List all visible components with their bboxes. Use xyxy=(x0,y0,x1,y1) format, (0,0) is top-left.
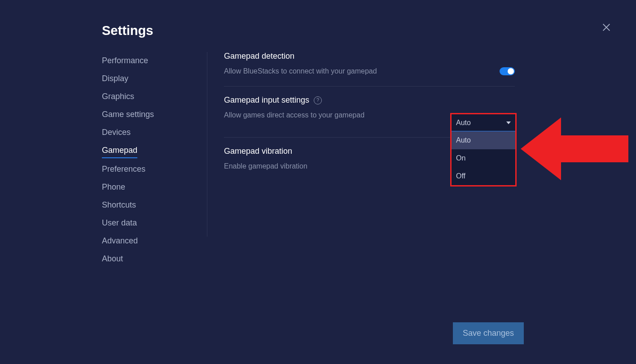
sidebar-item-user-data[interactable]: User data xyxy=(102,218,137,230)
sidebar-item-about[interactable]: About xyxy=(102,254,123,266)
page-title: Settings xyxy=(102,23,153,38)
section-title-detection: Gamepad detection xyxy=(224,52,515,61)
sidebar: Performance Display Graphics Game settin… xyxy=(102,56,192,272)
sidebar-item-graphics[interactable]: Graphics xyxy=(102,92,134,104)
save-changes-button[interactable]: Save changes xyxy=(453,322,524,344)
sidebar-item-performance[interactable]: Performance xyxy=(102,56,148,68)
sidebar-item-game-settings[interactable]: Game settings xyxy=(102,110,154,121)
dropdown-selected-value: Auto xyxy=(456,119,471,127)
dropdown-option-auto[interactable]: Auto xyxy=(452,131,515,149)
input-dropdown-highlight: Auto Auto On Off xyxy=(450,113,517,186)
dropdown-option-on[interactable]: On xyxy=(452,149,515,167)
section-title-input: Gamepad input settings ? xyxy=(224,95,515,105)
sidebar-item-display[interactable]: Display xyxy=(102,74,128,86)
detection-desc: Allow BlueStacks to connect with your ga… xyxy=(224,67,377,75)
close-button[interactable] xyxy=(601,22,611,32)
input-dropdown-wrapper: Auto Auto On Off xyxy=(450,113,517,186)
detection-toggle[interactable] xyxy=(500,67,515,75)
toggle-knob xyxy=(508,68,514,74)
sidebar-item-preferences[interactable]: Preferences xyxy=(102,165,145,176)
close-icon xyxy=(601,22,611,32)
sidebar-item-gamepad[interactable]: Gamepad xyxy=(102,146,137,158)
help-icon[interactable]: ? xyxy=(314,96,322,104)
annotation-red-arrow xyxy=(521,108,636,189)
vertical-divider xyxy=(207,52,207,237)
sidebar-item-advanced[interactable]: Advanced xyxy=(102,236,138,248)
chevron-down-icon xyxy=(506,121,511,124)
input-desc: Allow games direct access to your gamepa… xyxy=(224,111,364,119)
input-dropdown[interactable]: Auto xyxy=(452,114,515,131)
section-title-vibration-label: Gamepad vibration xyxy=(224,147,292,156)
section-title-input-label: Gamepad input settings xyxy=(224,95,309,105)
sidebar-item-shortcuts[interactable]: Shortcuts xyxy=(102,200,136,212)
section-divider xyxy=(224,86,515,87)
vibration-desc: Enable gamepad vibration xyxy=(224,162,307,170)
section-title-detection-label: Gamepad detection xyxy=(224,52,294,61)
sidebar-item-phone[interactable]: Phone xyxy=(102,182,125,194)
sidebar-item-devices[interactable]: Devices xyxy=(102,128,131,139)
dropdown-option-off[interactable]: Off xyxy=(452,167,515,185)
svg-marker-0 xyxy=(521,117,628,180)
